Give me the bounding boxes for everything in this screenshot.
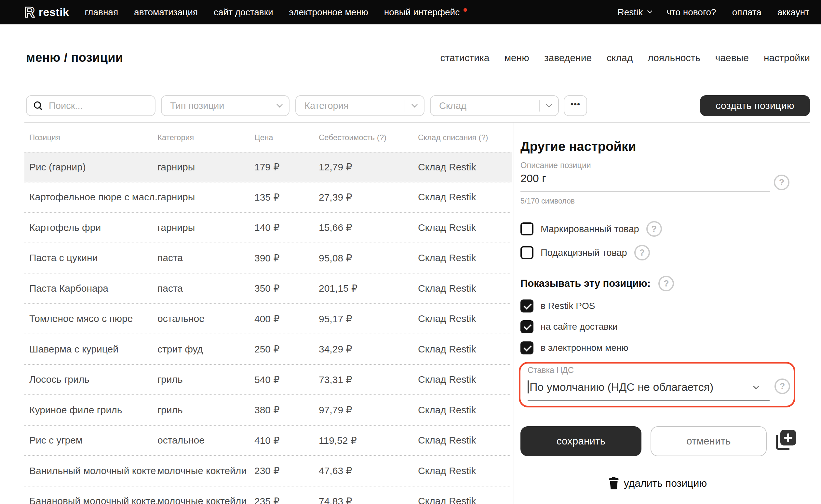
- section-nav-item[interactable]: чаевые: [715, 52, 749, 63]
- help-icon[interactable]: ?: [658, 276, 674, 291]
- topbar-nav-label: автоматизация: [134, 0, 198, 24]
- more-filters-button[interactable]: •••: [564, 95, 587, 116]
- text-cursor: [528, 380, 529, 393]
- topbar-right-nav: что нового?оплатааккаунт: [667, 0, 809, 24]
- section-nav-item[interactable]: настройки: [764, 52, 810, 63]
- cell-warehouse: Склад Restik: [418, 465, 512, 476]
- cell-warehouse: Склад Restik: [418, 192, 512, 203]
- checkbox-label: Подакцизный товар: [541, 247, 627, 258]
- topbar-left: R restik главнаяавтоматизациясайт достав…: [24, 0, 467, 24]
- cell-cost: 34,29 ₽: [319, 343, 418, 355]
- column-header: Цена: [254, 133, 319, 142]
- chevron-down-icon: [276, 101, 282, 107]
- cell-cost: 95,08 ₽: [319, 252, 418, 264]
- topbar-nav: главнаяавтоматизациясайт доставкиэлектро…: [85, 0, 468, 24]
- cancel-button[interactable]: отменить: [651, 426, 767, 456]
- table-row[interactable]: Рис с угрем остальное 410 ₽ 119,52 ₽ Скл…: [24, 426, 512, 456]
- checkbox-checked[interactable]: [521, 341, 534, 354]
- table-row[interactable]: Паста с цукини паста 390 ₽ 95,08 ₽ Склад…: [24, 243, 512, 274]
- table-row[interactable]: Картофель фри гарниры 140 ₽ 15,66 ₽ Скла…: [24, 213, 512, 243]
- create-position-button[interactable]: создать позицию: [700, 95, 810, 116]
- description-input[interactable]: 200 г: [521, 172, 546, 185]
- marked-goods-checkbox-row[interactable]: Маркированный товар ?: [521, 220, 662, 237]
- category-filter-dropdown[interactable]: Категория: [295, 95, 425, 116]
- checkbox[interactable]: [521, 246, 534, 259]
- cell-price: 140 ₽: [254, 222, 319, 233]
- topbar-nav-item[interactable]: новый интерфейс: [384, 0, 467, 24]
- table-row[interactable]: Лосось гриль гриль 540 ₽ 73,31 ₽ Склад R…: [24, 365, 512, 395]
- section-nav-item[interactable]: склад: [607, 52, 633, 63]
- checkbox-label: в электронном меню: [541, 343, 629, 353]
- table-row[interactable]: Куриное филе гриль гриль 380 ₽ 97,79 ₽ С…: [24, 395, 512, 426]
- checkbox[interactable]: [521, 222, 534, 235]
- venue-selector[interactable]: Restik: [617, 0, 652, 24]
- cell-price: 410 ₽: [254, 435, 319, 446]
- topbar-right-item[interactable]: что нового?: [667, 0, 716, 24]
- cell-price: 380 ₽: [254, 404, 319, 416]
- topbar-nav-item[interactable]: сайт доставки: [214, 0, 273, 24]
- page-title: меню / позиции: [26, 51, 123, 65]
- save-button[interactable]: сохранить: [521, 426, 642, 456]
- help-icon[interactable]: ?: [634, 245, 650, 260]
- help-icon[interactable]: ?: [775, 378, 790, 394]
- cell-position-name: Ванильный молочный кокте...: [29, 465, 157, 476]
- chevron-down-icon: [546, 101, 552, 107]
- table-row[interactable]: Банановый молочный кокте... молочные кок…: [24, 486, 512, 504]
- excise-goods-checkbox-row[interactable]: Подакцизный товар ?: [521, 244, 650, 261]
- search-input[interactable]: Поиск...: [26, 95, 155, 116]
- cell-cost: 27,39 ₽: [319, 192, 418, 203]
- topbar-nav-label: сайт доставки: [214, 0, 273, 24]
- checkbox-checked[interactable]: [521, 299, 534, 312]
- cell-cost: 95,17 ₽: [319, 313, 418, 325]
- visible-in-emenu-checkbox-row[interactable]: в электронном меню: [521, 340, 629, 356]
- visible-in-pos-checkbox-row[interactable]: в Restik POS: [521, 298, 595, 314]
- table-row[interactable]: Картофельное пюре с масл... гарниры 135 …: [24, 182, 512, 213]
- search-icon: [34, 101, 43, 110]
- vat-select[interactable]: По умолчанию (НДС не облагается): [528, 380, 713, 393]
- visible-on-delivery-site-checkbox-row[interactable]: на сайте доставки: [521, 319, 618, 335]
- cell-position-name: Лосось гриль: [29, 374, 157, 385]
- trash-icon: [609, 477, 619, 489]
- topbar-right-item[interactable]: аккаунт: [777, 0, 809, 24]
- column-header: Позиция: [29, 133, 157, 142]
- cell-category: молочные коктейли: [157, 496, 254, 504]
- topbar-nav-label: электронное меню: [289, 0, 368, 24]
- vat-selected-value: По умолчанию (НДС не облагается): [530, 381, 713, 393]
- cell-position-name: Рис (гарнир): [29, 162, 157, 173]
- section-nav-item[interactable]: статистика: [441, 52, 490, 63]
- cell-price: 179 ₽: [254, 161, 319, 173]
- section-nav-item[interactable]: меню: [504, 52, 529, 63]
- delete-position-button[interactable]: удалить позицию: [521, 474, 795, 492]
- checkbox-checked[interactable]: [521, 320, 534, 333]
- table-row[interactable]: Томленое мясо с пюре остальное 400 ₽ 95,…: [24, 304, 512, 335]
- cell-position-name: Паста Карбонара: [29, 283, 157, 294]
- search-placeholder: Поиск...: [49, 100, 83, 111]
- warehouse-filter-dropdown[interactable]: Склад: [430, 95, 559, 116]
- filters-bar: Поиск... Тип позиции Категория Склад •••…: [26, 95, 810, 116]
- table-row[interactable]: Паста Карбонара паста 350 ₽ 201,15 ₽ Скл…: [24, 273, 512, 304]
- cell-category: гриль: [157, 374, 254, 385]
- restik-logo[interactable]: R restik: [24, 5, 69, 20]
- cell-category: остальное: [157, 435, 254, 446]
- topbar-nav-item[interactable]: автоматизация: [134, 0, 198, 24]
- topbar-nav-item[interactable]: главная: [85, 0, 118, 24]
- dropdown-separator: [404, 100, 405, 112]
- topbar-nav-item[interactable]: электронное меню: [289, 0, 368, 24]
- table-row[interactable]: Рис (гарнир) гарниры 179 ₽ 12,79 ₽ Склад…: [24, 152, 512, 182]
- table-row[interactable]: Ванильный молочный кокте... молочные кок…: [24, 456, 512, 486]
- help-icon[interactable]: ?: [774, 175, 789, 190]
- cell-cost: 119,52 ₽: [319, 435, 418, 446]
- positions-table: ПозицияКатегорияЦенаСебестоимость (?)Скл…: [24, 123, 512, 504]
- type-filter-dropdown[interactable]: Тип позиции: [161, 95, 289, 116]
- cell-position-name: Рис с угрем: [29, 435, 157, 446]
- section-nav-item[interactable]: лояльность: [648, 52, 700, 63]
- section-nav-item[interactable]: заведение: [544, 52, 592, 63]
- duplicate-position-button[interactable]: [776, 430, 799, 452]
- table-row[interactable]: Шаверма с курицей стрит фуд 250 ₽ 34,29 …: [24, 334, 512, 365]
- cell-cost: 97,79 ₽: [319, 404, 418, 416]
- restik-logo-icon: R: [24, 5, 35, 20]
- topbar-right: Restik что нового?оплатааккаунт: [617, 0, 809, 24]
- topbar-right-item[interactable]: оплата: [732, 0, 761, 24]
- column-header: Категория: [157, 133, 254, 142]
- help-icon[interactable]: ?: [646, 221, 662, 237]
